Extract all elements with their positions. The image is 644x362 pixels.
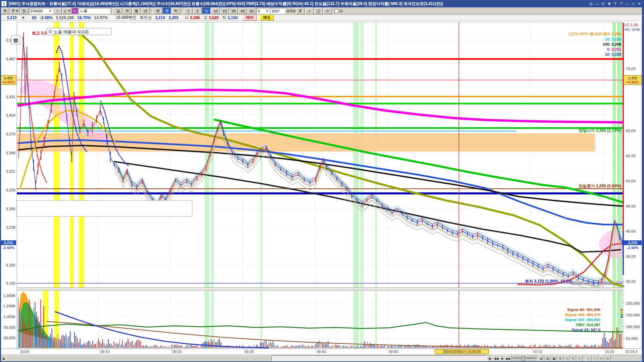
interval-1-button[interactable]: 1 bbox=[184, 8, 193, 14]
bar-count-input[interactable]: 1007 bbox=[270, 8, 285, 14]
line-style-icon[interactable]: ≈ bbox=[305, 8, 314, 14]
chart-window-icon[interactable]: ⧉ bbox=[1, 8, 9, 14]
volume-bar bbox=[586, 345, 586, 348]
svg-text:3,348: 3,348 bbox=[6, 151, 15, 155]
volume-bar bbox=[70, 331, 70, 348]
mode-tick-button[interactable]: 틱 bbox=[172, 8, 180, 14]
mode-second-button[interactable]: 초 bbox=[163, 8, 171, 14]
svg-text:09:40: 09:40 bbox=[317, 350, 326, 354]
close-icon[interactable]: ✕ bbox=[637, 2, 641, 6]
zoom-plus-icon[interactable]: ＋ bbox=[598, 355, 604, 362]
high-label: 고 bbox=[203, 15, 207, 20]
volume-bar bbox=[335, 345, 335, 348]
maximize-icon[interactable]: □ bbox=[631, 2, 635, 6]
prev-stock-button[interactable]: 전 bbox=[20, 8, 29, 14]
period-year-button[interactable]: 년 bbox=[141, 8, 150, 14]
search-icon[interactable]: ⌕ bbox=[53, 8, 62, 14]
svg-text:▦: ▦ bbox=[13, 37, 18, 43]
asset-type-dropdown[interactable]: 주 ▾ bbox=[10, 8, 19, 14]
app-icon: 1 bbox=[1, 1, 7, 6]
period-day-button[interactable]: 일 bbox=[114, 8, 122, 14]
volume-bar bbox=[608, 343, 609, 348]
volume-bar bbox=[336, 345, 337, 348]
compare-icon[interactable]: ⇵ bbox=[296, 8, 305, 14]
volume-bar bbox=[49, 340, 49, 348]
interval-15-button[interactable]: 15 bbox=[220, 8, 229, 14]
volume-bar bbox=[474, 345, 475, 348]
buy-button[interactable]: 매수 bbox=[243, 15, 257, 20]
divider bbox=[111, 8, 113, 14]
volume-bar bbox=[387, 345, 387, 348]
volume-bar bbox=[194, 346, 195, 348]
svg-text:Signal 100: 484,070: Signal 100: 484,070 bbox=[565, 313, 600, 317]
stock-name-field[interactable]: 노을 bbox=[78, 8, 110, 14]
volume-bar bbox=[392, 346, 393, 348]
volume-bar bbox=[476, 345, 476, 348]
scroll-left-button[interactable]: ◀ bbox=[0, 355, 6, 362]
svg-text:3,431: 3,431 bbox=[6, 95, 15, 99]
indicator-tool-icon[interactable]: ⌗ bbox=[576, 355, 583, 362]
svg-text:3,456: 3,456 bbox=[628, 76, 637, 80]
zoom-out-tool-icon[interactable]: ⊟ bbox=[544, 355, 551, 362]
volume-bar bbox=[53, 337, 54, 348]
mode-minute-button[interactable]: 분 bbox=[154, 8, 162, 14]
stop-button[interactable]: ■ bbox=[499, 355, 505, 362]
interval-5-button[interactable]: 5 bbox=[202, 8, 211, 14]
interval-10-button[interactable]: 10 bbox=[211, 8, 220, 14]
pin-icon[interactable]: ✚ bbox=[607, 2, 611, 6]
print-icon[interactable]: ⎙ bbox=[323, 8, 332, 14]
save-icon[interactable]: ◫ bbox=[314, 8, 323, 14]
volume-bar bbox=[602, 338, 603, 348]
minimize-icon[interactable]: ― bbox=[625, 2, 629, 6]
volume-bar bbox=[380, 346, 380, 348]
crosshair-tool-icon[interactable]: ✛ bbox=[557, 355, 564, 362]
zoom-in-tool-icon[interactable]: ⊞ bbox=[538, 355, 544, 362]
svg-text:1,200K: 1,200K bbox=[3, 304, 16, 308]
volume-bar bbox=[184, 347, 185, 348]
draw-tool-icon[interactable]: ✎ bbox=[570, 355, 576, 362]
speed-slider[interactable] bbox=[513, 356, 537, 360]
option-checkbox[interactable] bbox=[334, 9, 338, 13]
volume-bar bbox=[60, 340, 61, 348]
volume-bar bbox=[607, 341, 607, 348]
volume-bar bbox=[378, 346, 379, 348]
copy-window-icon[interactable]: ⊡ bbox=[589, 2, 593, 6]
volume-bar bbox=[595, 345, 596, 348]
interval-30-button[interactable]: 30 bbox=[229, 8, 238, 14]
volume-bar bbox=[94, 344, 95, 348]
stock-code-input[interactable]: 376930▾ bbox=[29, 8, 53, 14]
sell-button[interactable]: 매도 bbox=[260, 15, 274, 20]
period-week-button[interactable]: 주 bbox=[123, 8, 131, 14]
volume-bar bbox=[88, 341, 89, 348]
scrollbar-thumb[interactable] bbox=[6, 355, 272, 362]
chart-canvas[interactable]: 3,5153,4873,4313,4043,3763,3483,3213,293… bbox=[0, 21, 644, 355]
restore-pane-icon[interactable]: ⊡ bbox=[601, 2, 605, 6]
sound-icon[interactable]: ♬ ▾ bbox=[62, 8, 72, 14]
trendline-tool-icon[interactable]: ⤡ bbox=[564, 355, 570, 362]
help-icon[interactable]: ? bbox=[619, 2, 623, 6]
volume-bar bbox=[32, 327, 33, 348]
volume-bar bbox=[171, 345, 172, 348]
volume-bar bbox=[77, 338, 77, 348]
text-tool-icon[interactable]: T bbox=[613, 2, 617, 6]
interval-3-button[interactable]: 3 bbox=[193, 8, 202, 14]
interval-60-button[interactable]: 60 bbox=[248, 8, 256, 14]
interval-combo[interactable]: 5▾ bbox=[257, 8, 269, 14]
magnifier-icon[interactable]: ⌕ bbox=[585, 355, 592, 362]
zoom-minus-icon[interactable]: − bbox=[592, 355, 598, 362]
svg-text:Signal 150: 490,950: Signal 150: 490,950 bbox=[565, 318, 600, 322]
volume-bar bbox=[50, 334, 51, 348]
title-bar[interactable]: 1 [0601] 주식종합차트 - 유통비율[77.4] 거래대금[18,465… bbox=[0, 0, 644, 7]
volume-bar bbox=[161, 346, 162, 348]
play-button[interactable]: ▶ bbox=[487, 355, 493, 362]
volume-bar bbox=[200, 347, 200, 348]
svg-text:00,000: 00,000 bbox=[4, 325, 15, 329]
svg-text:LC:1,90: LC:1,90 bbox=[625, 23, 638, 27]
minimize-pane-icon[interactable]: ― bbox=[595, 2, 599, 6]
font-size-icon[interactable]: A bbox=[604, 355, 611, 362]
fast-forward-button[interactable]: ▶▶ bbox=[505, 355, 512, 362]
rewind-button[interactable]: ◀◀ bbox=[493, 355, 499, 362]
period-month-button[interactable]: 월 bbox=[132, 8, 141, 14]
interval-45-button[interactable]: 45 bbox=[238, 8, 247, 14]
grid-tool-icon[interactable]: ▦ bbox=[551, 355, 557, 362]
